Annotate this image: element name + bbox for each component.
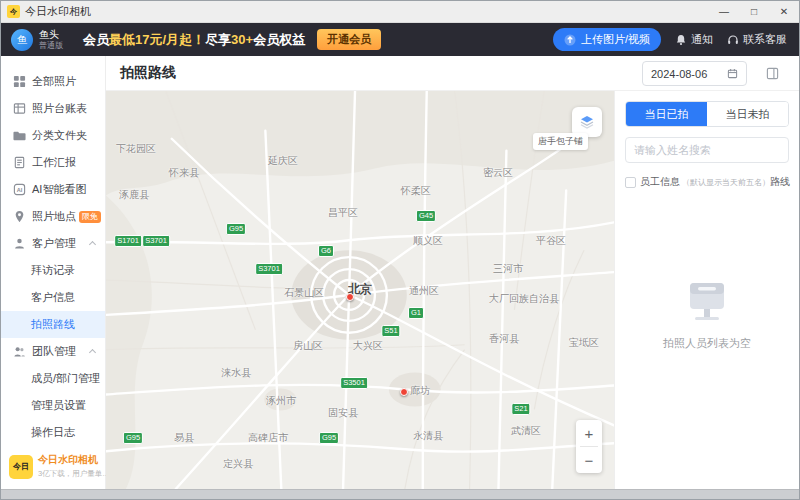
map-label: 密云区 [483,166,513,180]
notifications-label: 通知 [691,32,713,47]
sidebar-item-work-report[interactable]: 工作汇报 [1,149,105,176]
app-content: 全部照片照片台账表分类文件夹工作汇报AIAI智能看图照片地点限免客户管理拜访记录… [1,56,799,489]
notifications-button[interactable]: 通知 [675,32,713,47]
promo-part: 尽享 [205,32,231,47]
map-label: 武清区 [511,424,541,438]
page-title: 拍照路线 [120,64,176,82]
main-body: 唐手包子铺 + − 下花园区怀来县涿鹿县延庆区密云区怀柔区昌平区顺义区平谷区北京… [106,91,799,489]
sidebar-item-label: 客户管理 [32,236,76,251]
sidebar-item-label: AI智能看图 [32,182,86,197]
map-label: 延庆区 [268,154,298,168]
window-title: 今日水印相机 [25,4,91,19]
close-button[interactable]: ✕ [769,1,799,22]
sidebar-item-member-dept-mgmt[interactable]: 成员/部门管理 [1,365,105,392]
map-label: 怀来县 [169,166,199,180]
zoom-out-button[interactable]: − [576,447,602,473]
sidebar-item-admin-settings[interactable]: 管理员设置 [1,392,105,419]
col-route: 路线 [770,175,790,189]
sidebar-item-label: 操作日志 [31,425,75,440]
road-badge: G95 [319,432,339,444]
road-badge: G6 [318,245,334,257]
road-badge: G1 [408,307,424,319]
map-label: 易县 [174,431,194,445]
map-label: 三河市 [493,262,523,276]
sidebar-item-photo-location[interactable]: 照片地点限免 [1,203,105,230]
headset-icon [727,34,739,46]
team-mgmt-icon [13,345,26,358]
contact-support-button[interactable]: 联系客服 [727,32,787,47]
sidebar-item-photo-ledger[interactable]: 照片台账表 [1,95,105,122]
window-titlebar: 今 今日水印相机 — □ ✕ [1,1,799,23]
user-meta: 鱼头 普通版 [39,29,63,50]
road-badge: S21 [511,403,530,415]
road-badge: S3501 [340,377,368,389]
bell-icon [675,34,687,46]
chevron-up-icon [89,241,96,248]
sidebar-item-customer-info[interactable]: 客户信息 [1,284,105,311]
road-badge: G95 [226,223,246,235]
search-input[interactable] [625,137,789,163]
map-label: 大厂回族自治县 [489,292,559,306]
user-name: 鱼头 [39,29,63,41]
sidebar-menu: 全部照片照片台账表分类文件夹工作汇报AIAI智能看图照片地点限免客户管理拜访记录… [1,68,105,446]
road-badge: S1701 [114,235,142,247]
zoom-in-button[interactable]: + [576,420,602,446]
map-label: 高碑店市 [248,431,288,445]
tab-not-taken-today[interactable]: 当日未拍 [707,102,788,126]
photo-location-icon [13,210,26,223]
promo-highlight: 最低17元/月起！ [109,32,205,47]
panel-toggle-icon[interactable] [763,64,781,82]
promo-part: 会员权益 [253,32,305,47]
upload-button[interactable]: 上传图片/视频 [553,28,661,51]
empty-state: 拍照人员列表为空 [615,269,799,351]
upload-button-label: 上传图片/视频 [581,32,650,47]
folders-icon [13,129,26,142]
minimize-button[interactable]: — [709,1,739,22]
contact-support-label: 联系客服 [743,32,787,47]
avatar[interactable]: 鱼 [11,29,33,51]
customer-mgmt-icon [13,237,26,250]
map-poi-label: 唐手包子铺 [533,133,588,150]
all-photos-icon [13,75,26,88]
road-badge: G45 [416,210,436,222]
sidebar-item-label: 拍照路线 [31,317,75,332]
road-badge: S51 [381,325,400,337]
sidebar-item-customer-mgmt[interactable]: 客户管理 [1,230,105,257]
sidebar-item-team-mgmt[interactable]: 团队管理 [1,338,105,365]
location-marker [400,388,408,396]
sidebar-item-photo-route[interactable]: 拍照路线 [1,311,105,338]
sidebar-item-ai-view[interactable]: AIAI智能看图 [1,176,105,203]
col-employee-info: 员工信息 [640,175,680,189]
brand-name: 今日水印相机 [38,454,98,465]
map-label: 固安县 [328,406,358,420]
sidebar-item-operation-log[interactable]: 操作日志 [1,419,105,446]
sidebar-item-visit-records[interactable]: 拜访记录 [1,257,105,284]
date-picker[interactable]: 2024-08-06 [642,61,747,86]
road-badge: G95 [123,432,143,444]
brand-text: 今日水印相机 3亿下载，用户量单… [38,454,110,479]
sidebar-item-folders[interactable]: 分类文件夹 [1,122,105,149]
brand-subtitle: 3亿下载，用户量单… [38,469,110,478]
maximize-button[interactable]: □ [739,1,769,22]
empty-state-text: 拍照人员列表为空 [663,336,751,351]
map-label: 石景山区 [284,286,324,300]
map-canvas[interactable]: 唐手包子铺 + − 下花园区怀来县涿鹿县延庆区密云区怀柔区昌平区顺义区平谷区北京… [106,91,614,489]
sidebar-item-label: 拜访记录 [31,263,75,278]
app-header-right: 上传图片/视频 通知 联系客服 [553,28,787,51]
location-marker [346,293,354,301]
sidebar: 全部照片照片台账表分类文件夹工作汇报AIAI智能看图照片地点限免客户管理拜访记录… [1,56,106,489]
promo-part: 会员 [83,32,109,47]
sidebar-item-label: 全部照片 [32,74,76,89]
select-all-checkbox[interactable] [625,177,636,188]
open-membership-button[interactable]: 开通会员 [317,29,381,50]
promo-highlight: 30+ [231,32,253,47]
map-label: 怀柔区 [401,184,431,198]
map-label: 定兴县 [223,457,253,471]
member-promo: 会员最低17元/月起！尽享30+会员权益 [83,31,305,49]
tab-taken-today[interactable]: 当日已拍 [626,102,707,126]
app-icon: 今 [7,5,20,18]
window-controls: — □ ✕ [709,1,799,22]
sidebar-item-label: 工作汇报 [32,155,76,170]
map-zoom-control: + − [576,420,602,473]
sidebar-item-all-photos[interactable]: 全部照片 [1,68,105,95]
